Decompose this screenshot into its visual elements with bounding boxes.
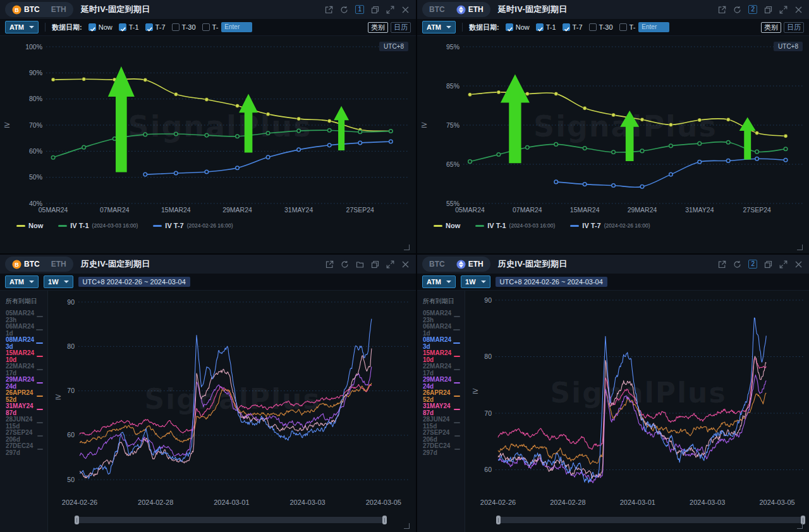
tab-count-badge[interactable]: 1 xyxy=(355,5,364,14)
legend-item[interactable]: IV T-7(2024-02-26 16:00) xyxy=(570,222,650,229)
resize-handle[interactable] xyxy=(797,523,803,529)
eth-history-iv-chart[interactable]: 607080902024-02-262024-02-282024-03-0120… xyxy=(417,255,809,532)
expiry-item[interactable]: 06MAR24 1d xyxy=(0,323,47,336)
tab-count-badge[interactable]: 2 xyxy=(748,260,757,269)
resize-handle[interactable] xyxy=(404,523,410,529)
checkbox-t-30[interactable]: T-30 xyxy=(172,23,196,31)
expiry-item[interactable]: 31MAY24 87d xyxy=(417,402,465,416)
eth-delayed-iv-chart[interactable]: 55%65%75%85%95%05MAR2407MAR2415MAR2429MA… xyxy=(417,0,809,253)
calendar-button[interactable]: 日历 xyxy=(784,22,804,33)
series-dash xyxy=(36,329,43,330)
strike-mode-select[interactable]: ATM xyxy=(422,275,456,288)
expiry-item[interactable]: 15MAR24 10d xyxy=(0,349,47,363)
refresh-icon[interactable] xyxy=(341,260,349,269)
strike-mode-select[interactable]: ATM xyxy=(5,21,39,33)
expiry-item[interactable]: 06MAR24 1d xyxy=(417,323,465,336)
folder-icon[interactable] xyxy=(356,260,364,269)
category-button[interactable]: 类别 xyxy=(761,22,781,33)
restore-icon[interactable] xyxy=(371,260,379,269)
tab-count-badge[interactable]: 2 xyxy=(748,5,757,14)
time-range-slider[interactable] xyxy=(75,517,387,523)
expand-icon[interactable] xyxy=(779,6,788,14)
checkbox-t-30[interactable]: T-30 xyxy=(589,23,613,31)
resize-handle[interactable] xyxy=(404,245,410,250)
custom-date-input[interactable]: Enter xyxy=(638,22,669,32)
legend-item[interactable]: IV T-1(2024-03-03 16:00) xyxy=(58,222,138,229)
slider-handle-left[interactable] xyxy=(75,516,79,524)
slider-handle-left[interactable] xyxy=(496,516,501,524)
expiry-item[interactable]: 22MAR24 17d xyxy=(0,363,47,376)
expiry-item[interactable]: 08MAR24 3d xyxy=(417,336,465,349)
restore-icon[interactable] xyxy=(371,6,379,14)
external-link-icon[interactable] xyxy=(718,260,726,269)
restore-icon[interactable] xyxy=(764,6,772,14)
expiry-item[interactable]: 28JUN24 115d xyxy=(417,416,465,429)
expiry-item[interactable]: 31MAY24 87d xyxy=(0,402,47,416)
checkbox-t[interactable]: T- xyxy=(202,23,219,31)
expand-icon[interactable] xyxy=(386,260,394,269)
expiry-item[interactable]: 27DEC24 297d xyxy=(0,442,47,456)
strike-mode-select[interactable]: ATM xyxy=(5,275,39,288)
close-icon[interactable] xyxy=(794,260,803,269)
legend-item[interactable]: IV T-7(2024-02-26 16:00) xyxy=(153,222,233,229)
coin-eth-toggle[interactable]: ETH xyxy=(46,257,72,272)
close-icon[interactable] xyxy=(401,6,410,14)
expiry-item[interactable]: 28JUN24 115d xyxy=(0,416,47,429)
expiry-item[interactable]: 27SEP24 206d xyxy=(0,429,47,442)
coin-btc-toggle[interactable]: BTC xyxy=(423,2,451,17)
period-select[interactable]: 1W xyxy=(461,275,490,288)
resize-handle[interactable] xyxy=(797,245,803,250)
expiry-item[interactable]: 15MAR24 10d xyxy=(417,349,465,363)
coin-btc-toggle[interactable]: BTC xyxy=(423,257,451,272)
expand-icon[interactable] xyxy=(386,6,394,14)
period-select[interactable]: 1W xyxy=(44,275,73,288)
refresh-icon[interactable] xyxy=(733,260,741,269)
close-icon[interactable] xyxy=(401,260,410,269)
checkbox-t-7[interactable]: T-7 xyxy=(563,23,583,31)
category-button[interactable]: 类别 xyxy=(368,22,388,33)
checkbox-t-1[interactable]: T-1 xyxy=(119,23,139,31)
series-dash xyxy=(37,396,43,397)
expiry-item[interactable]: 08MAR24 3d xyxy=(0,336,47,349)
checkbox-t-1[interactable]: T-1 xyxy=(536,23,556,31)
svg-text:80%: 80% xyxy=(29,95,42,102)
expiry-item[interactable]: 27DEC24 297d xyxy=(417,442,465,456)
time-range-slider[interactable] xyxy=(496,517,805,523)
external-link-icon[interactable] xyxy=(718,6,726,14)
custom-date-input[interactable]: Enter xyxy=(221,22,252,32)
coin-btc-toggle[interactable]: BBTC xyxy=(6,2,46,17)
calendar-button[interactable]: 日历 xyxy=(391,22,411,33)
expiry-item[interactable]: 05MAR24 23h xyxy=(0,310,47,323)
restore-icon[interactable] xyxy=(764,260,772,269)
coin-eth-toggle[interactable]: ETH xyxy=(451,257,489,272)
legend-item[interactable]: Now xyxy=(16,222,43,229)
checkbox-t-7[interactable]: T-7 xyxy=(145,23,166,31)
expiry-item[interactable]: 29MAR24 24d xyxy=(0,376,47,389)
coin-eth-toggle[interactable]: ETH xyxy=(451,2,489,17)
expand-icon[interactable] xyxy=(779,260,788,269)
external-link-icon[interactable] xyxy=(325,6,333,14)
btc-delayed-iv-chart[interactable]: 40%50%60%70%80%90%100%05MAR2407MAR2415MA… xyxy=(0,0,416,253)
legend-item[interactable]: Now xyxy=(434,222,460,229)
expiry-item[interactable]: 27SEP24 206d xyxy=(417,429,465,442)
strike-mode-select[interactable]: ATM xyxy=(422,21,456,33)
close-icon[interactable] xyxy=(794,6,803,14)
checkbox-t[interactable]: T- xyxy=(619,23,636,31)
expiry-item[interactable]: 26APR24 52d xyxy=(0,389,47,402)
coin-eth-toggle[interactable]: ETH xyxy=(46,2,72,17)
coin-btc-toggle[interactable]: BBTC xyxy=(6,257,46,272)
expiry-item[interactable]: 05MAR24 23h xyxy=(417,310,465,323)
svg-text:IV: IV xyxy=(421,122,428,128)
legend-item[interactable]: IV T-1(2024-03-03 16:00) xyxy=(475,222,555,229)
expiry-item[interactable]: 22MAR24 17d xyxy=(417,363,465,376)
btc-history-iv-chart[interactable]: 50607080902024-02-262024-02-282024-03-01… xyxy=(0,255,416,532)
refresh-icon[interactable] xyxy=(733,6,741,14)
svg-text:50: 50 xyxy=(67,476,75,483)
expiry-item[interactable]: 29MAR24 24d xyxy=(417,376,465,389)
checkbox-now[interactable]: Now xyxy=(88,23,113,31)
refresh-icon[interactable] xyxy=(340,6,348,14)
expiry-item[interactable]: 26APR24 52d xyxy=(417,389,465,402)
external-link-icon[interactable] xyxy=(325,260,334,269)
checkbox-now[interactable]: Now xyxy=(506,23,530,31)
slider-handle-right[interactable] xyxy=(382,516,387,524)
